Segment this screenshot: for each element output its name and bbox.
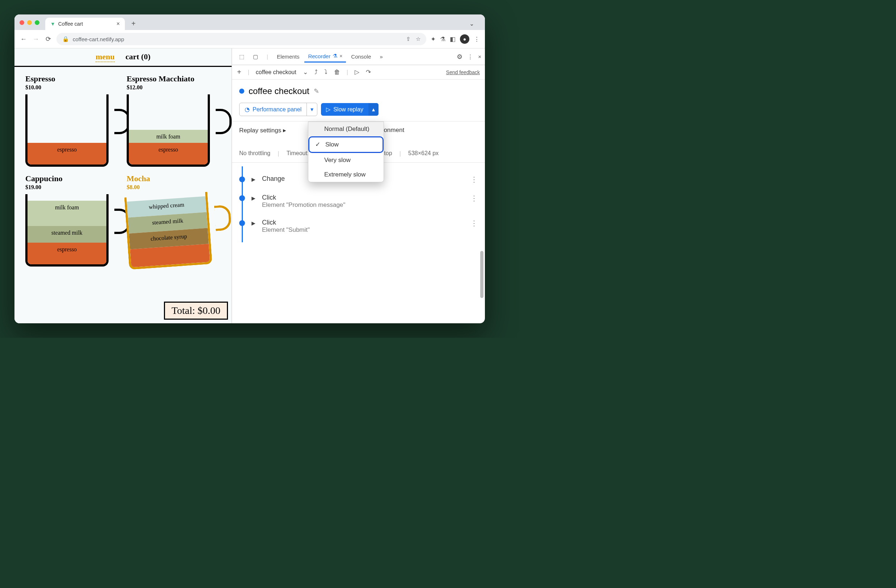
product-price: $8.00: [126, 184, 221, 191]
throttling-value: No throttling: [239, 150, 270, 157]
performance-panel-caret[interactable]: ▾: [306, 103, 317, 116]
chrome-menu-icon[interactable]: ⋮: [474, 35, 480, 43]
tab-strip: ▼ Coffee cart × + ⌄: [14, 14, 485, 30]
edit-title-icon[interactable]: ✎: [314, 87, 319, 95]
cup-layer: steamed milk: [27, 226, 107, 243]
product-title: Espresso: [25, 74, 119, 84]
cup-layer: espresso: [27, 243, 107, 264]
new-recording-button[interactable]: +: [237, 68, 241, 76]
tabs-overflow-button[interactable]: ⌄: [463, 18, 480, 29]
performance-panel-button[interactable]: ◔ Performance panel ▾: [239, 103, 317, 116]
viewport-value: 538×624 px: [408, 150, 439, 157]
send-feedback-link[interactable]: Send feedback: [446, 70, 480, 75]
profile-avatar[interactable]: ●: [460, 34, 469, 44]
scrollbar-thumb[interactable]: [480, 251, 483, 298]
step-menu-icon[interactable]: ⋮: [471, 194, 478, 202]
tab-recorder[interactable]: Recorder ⚗ ×: [304, 51, 346, 62]
product-card[interactable]: Cappucino$19.00milk foamsteamed milkespr…: [25, 174, 119, 266]
play-icon: ▷: [326, 106, 331, 113]
chevron-right-icon: ▶: [251, 195, 256, 201]
product-title: Mocha: [126, 174, 221, 183]
product-price: $10.00: [25, 84, 119, 91]
toolbar: ← → ⟳ 🔒 coffee-cart.netlify.app ⇧ ☆ ✦ ⚗ …: [14, 30, 485, 48]
speed-option-slow[interactable]: Slow: [308, 136, 384, 153]
cup-layer: milk foam: [27, 201, 107, 226]
bookmark-icon[interactable]: ☆: [416, 36, 421, 42]
slow-replay-button[interactable]: ▷ Slow replay ▴: [321, 103, 378, 116]
step-title: Change: [262, 175, 285, 182]
total-box: Total: $0.00: [164, 302, 228, 320]
timeline-step[interactable]: ▶ClickElement "Promotion message"⋮: [239, 189, 478, 214]
product-card[interactable]: Mocha$8.00whipped creamsteamed milkchoco…: [126, 174, 221, 266]
product-title: Cappucino: [25, 174, 119, 183]
coffee-cup: espresso: [25, 94, 108, 167]
recorder-toolbar: + | coffee checkout ⌄ ⤴ ⤵ 🗑 | ▷ ↷ Send f…: [232, 65, 485, 79]
settings-gear-icon[interactable]: ⚙: [457, 53, 462, 61]
step-subtitle: Element "Promotion message": [262, 201, 345, 209]
address-bar[interactable]: 🔒 coffee-cart.netlify.app ⇧ ☆: [56, 33, 426, 45]
step-node-icon: [239, 195, 245, 201]
new-tab-button[interactable]: +: [128, 17, 139, 30]
more-tabs-icon[interactable]: »: [376, 51, 386, 62]
export-icon[interactable]: ⤴: [314, 69, 318, 76]
replay-speed-menu: Normal (Default) Slow Very slow Extremel…: [308, 122, 384, 182]
timeline-step[interactable]: ▶ClickElement "Submit"⋮: [239, 214, 478, 239]
window-controls: [20, 20, 42, 27]
speed-option-very-slow[interactable]: Very slow: [308, 153, 384, 167]
products-grid: Espresso$10.00espressoEspresso Macchiato…: [14, 67, 232, 274]
tab-console[interactable]: Console: [347, 51, 375, 62]
product-price: $12.00: [126, 84, 221, 91]
recording-title: coffee checkout: [248, 86, 309, 96]
close-window-button[interactable]: [20, 20, 24, 25]
tab-elements[interactable]: Elements: [273, 51, 303, 62]
delete-icon[interactable]: 🗑: [334, 69, 340, 76]
recording-dropdown-icon[interactable]: ⌄: [303, 68, 308, 76]
maximize-window-button[interactable]: [35, 20, 40, 25]
share-icon[interactable]: ⇧: [406, 36, 411, 42]
devtools-menu-icon[interactable]: ⋮: [468, 53, 473, 60]
speed-option-extremely-slow[interactable]: Extremely slow: [308, 167, 384, 182]
step-node-icon: [239, 176, 245, 182]
nav-menu-link[interactable]: menu: [96, 52, 115, 62]
browser-tab[interactable]: ▼ Coffee cart ×: [45, 18, 125, 30]
device-toolbar-icon[interactable]: ▢: [249, 51, 262, 62]
inspect-icon[interactable]: ⬚: [236, 51, 248, 62]
step-node-icon: [239, 220, 245, 226]
nav-cart-link[interactable]: cart (0): [126, 52, 151, 62]
tab-title: Coffee cart: [58, 21, 83, 27]
site-nav: menu cart (0): [14, 49, 232, 67]
minimize-window-button[interactable]: [27, 20, 32, 25]
recording-indicator-icon: [239, 89, 244, 94]
step-subtitle: Element "Submit": [262, 226, 310, 234]
close-tab-icon[interactable]: ×: [117, 21, 120, 27]
import-icon[interactable]: ⤵: [324, 69, 328, 76]
recording-selector[interactable]: coffee checkout: [256, 69, 296, 76]
lock-icon: 🔒: [62, 36, 69, 42]
step-menu-icon[interactable]: ⋮: [471, 219, 478, 228]
continue-icon[interactable]: ↷: [366, 68, 371, 76]
recording-header: coffee checkout ✎: [232, 79, 485, 103]
replay-speed-caret[interactable]: ▴: [369, 103, 378, 116]
product-title: Espresso Macchiato: [126, 74, 221, 84]
replay-settings-toggle[interactable]: Replay settings ▸: [239, 126, 286, 134]
labs-icon[interactable]: ⚗: [440, 35, 445, 43]
back-button[interactable]: ←: [20, 35, 27, 43]
devtools-panel: ⬚ ▢ | Elements Recorder ⚗ × Console » ⚙ …: [232, 49, 485, 323]
step-title: Click: [262, 219, 310, 226]
chevron-right-icon: ▶: [251, 220, 256, 226]
cup-layer: milk foam: [129, 130, 208, 143]
step-title: Click: [262, 194, 345, 201]
step-menu-icon[interactable]: ⋮: [471, 175, 478, 184]
close-devtools-icon[interactable]: ×: [478, 53, 481, 60]
close-recorder-tab-icon[interactable]: ×: [340, 53, 342, 59]
speed-option-normal[interactable]: Normal (Default): [308, 122, 384, 136]
product-price: $19.00: [25, 184, 119, 191]
product-card[interactable]: Espresso Macchiato$12.00milk foamespress…: [126, 74, 221, 167]
reload-button[interactable]: ⟳: [44, 35, 52, 43]
step-icon[interactable]: ▷: [355, 68, 359, 76]
side-panel-icon[interactable]: ◧: [450, 35, 456, 43]
forward-button[interactable]: →: [32, 35, 40, 43]
coffee-cup: milk foamsteamed milkespresso: [25, 194, 108, 266]
product-card[interactable]: Espresso$10.00espresso: [25, 74, 119, 167]
extensions-icon[interactable]: ✦: [431, 35, 436, 43]
